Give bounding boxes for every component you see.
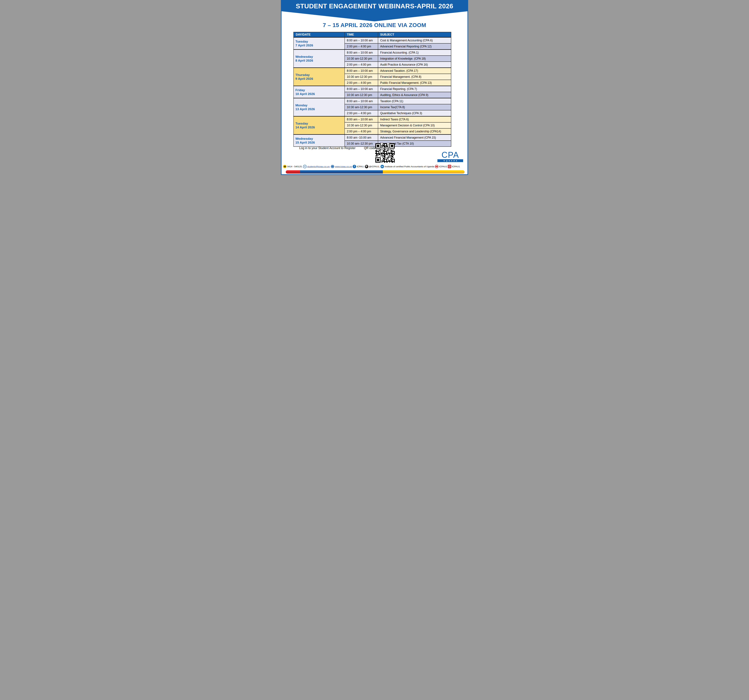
time-cell: 2:00 pm – 4:00 pm — [345, 61, 378, 68]
email-icon: ✉ — [303, 165, 307, 168]
time-cell: 8:00 am – 10:00 am — [345, 68, 378, 74]
website-link[interactable]: www.icpau.co.ug — [335, 165, 352, 168]
qr-code — [375, 143, 395, 162]
session-row: Thursday9 April 20268:00 am – 10:00 amAd… — [293, 68, 451, 74]
day-date-cell: Friday10 April 2026 — [293, 86, 345, 98]
time-cell: 10:30 am-12:30 pm — [345, 104, 378, 110]
bar-red-segment — [286, 170, 300, 174]
subject-cell: Public Financial Management. (CPA 13) — [378, 80, 451, 86]
youtube-handle: ICPAU1 — [439, 165, 447, 168]
qr-code-label: QR code — [364, 146, 376, 150]
column-header-subject: SUBJECT — [378, 32, 451, 37]
subject-cell: Taxation (CPA 11) — [378, 98, 451, 104]
cpa-logo-country: Uganda — [437, 159, 463, 162]
column-header-time: TIME — [345, 32, 378, 37]
subject-cell: Income Tax(CTA 8) — [378, 104, 451, 110]
x-twitter-icon: X — [365, 165, 368, 168]
time-cell: 8:00 am – 10:00 am — [345, 86, 378, 92]
time-cell: 2:00 pm – 4:00 pm — [345, 110, 378, 116]
schedule-table: DAY/DATE TIME SUBJECT Tuesday7 April 202… — [293, 32, 451, 147]
facebook-handle: ICPAU, — [357, 165, 364, 168]
youtube-icon — [435, 165, 439, 168]
linkedin-icon: in — [381, 165, 384, 168]
day-date-cell: Thursday9 April 2026 — [293, 68, 345, 86]
subject-cell: Strategy, Governance and Leadership (CPA… — [378, 129, 451, 135]
day-date-cell: Tuesday7 April 2026 — [293, 37, 345, 50]
time-cell: 10:30 am-12:30 pm — [345, 92, 378, 98]
subject-cell: Quantitative Techniques (CPA 3) — [378, 110, 451, 116]
subject-cell: Financial Accounting. (CPA 1) — [378, 50, 451, 56]
subtitle: 7 – 15 APRIL 2026 ONLINE VIA ZOOM — [281, 22, 468, 28]
globe-icon — [331, 165, 334, 168]
session-row: Wednesday8 April 20268:00 am – 10:00 amF… — [293, 50, 451, 56]
contact-bar: ☎ 0414 - 540125, ✉ students@icpau.co.ug,… — [283, 164, 467, 169]
webinar-poster: STUDENT ENGAGEMENT WEBINARS-APRIL 2026 7… — [281, 0, 468, 175]
time-cell: 8:00 am – 10:00 am — [345, 50, 378, 56]
day-name: Friday — [295, 88, 344, 92]
facebook-icon: f — [353, 165, 356, 168]
subject-cell: Advanced Financial Reporting (CPA 12) — [378, 43, 451, 50]
subject-cell: Financial Management. (CPA 8) — [378, 74, 451, 80]
header-banner: STUDENT ENGAGEMENT WEBINARS-APRIL 2026 — [281, 0, 468, 21]
day-name: Monday — [295, 103, 344, 107]
session-row: Tuesday14 April 20268:00 am – 10:00 amIn… — [293, 116, 451, 123]
session-row: Friday10 April 20268:00 am – 10:00 amFin… — [293, 86, 451, 92]
cpa-uganda-logo: CPA Uganda — [437, 151, 463, 162]
day-date-cell: Monday13 April 2026 — [293, 98, 345, 116]
phone-icon: ☎ — [283, 165, 287, 168]
phone-number: 0414 - 540125, — [287, 165, 303, 168]
subject-cell: Auditing, Ethics & Assurance (CPA 9) — [378, 92, 451, 98]
day-date-cell: Wednesday15 April 2026 — [293, 135, 345, 147]
subject-cell: Cost & Management Accounting (CPA 6) — [378, 37, 451, 44]
day-date: 14 April 2026 — [295, 126, 344, 129]
email-link[interactable]: students@icpau.co.ug, — [307, 165, 330, 168]
time-cell: 8:00 am – 10:00 am — [345, 116, 378, 123]
day-name: Wednesday — [295, 55, 344, 58]
subject-cell: Advanced Taxation. (CPA 17) — [378, 68, 451, 74]
day-name: Wednesday — [295, 137, 344, 141]
brand-color-bar — [286, 170, 465, 174]
linkedin-name: Institute of certified Public Accountant… — [385, 165, 434, 168]
time-cell: 10:30 am-12:30 pm — [345, 74, 378, 80]
subject-cell: Integration of Knowledge. (CPA 18) — [378, 55, 451, 61]
time-cell: 8:00 am -10.00 am — [345, 135, 378, 141]
subject-cell: Advanced Financial Management (CPA 15) — [378, 135, 451, 141]
day-name: Thursday — [295, 73, 344, 77]
time-cell: 10:30 am-12:30 pm — [345, 55, 378, 61]
page-border-right — [468, 0, 468, 175]
day-date: 13 April 2026 — [295, 107, 344, 111]
instagram-handle: ICPAU1 — [452, 165, 460, 168]
subject-cell: Audit Practice & Assurance (CPA 16) — [378, 61, 451, 68]
time-cell: 10:30 am–12:30 pm — [345, 141, 378, 147]
time-cell: 2:00 pm – 4:00 pm — [345, 129, 378, 135]
session-row: Monday13 April 20268:00 am – 10:00 amTax… — [293, 98, 451, 104]
day-date: 8 April 2026 — [295, 58, 344, 63]
column-header-day-date: DAY/DATE — [293, 32, 345, 37]
day-name: Tuesday — [295, 121, 344, 126]
day-date: 10 April 2026 — [295, 92, 344, 96]
page-border-left — [281, 0, 281, 175]
cpa-logo-text: CPA — [437, 151, 463, 159]
time-cell: 8:00 am – 10:00 am — [345, 98, 378, 104]
bar-blue-segment — [300, 170, 383, 174]
table-header-row: DAY/DATE TIME SUBJECT — [293, 32, 451, 37]
day-date: 15 April 2026 — [295, 141, 344, 144]
day-date-cell: Wednesday8 April 2026 — [293, 50, 345, 68]
instagram-icon — [448, 165, 451, 168]
day-date-cell: Tuesday14 April 2026 — [293, 116, 345, 135]
session-row: Wednesday15 April 20268:00 am -10.00 amA… — [293, 135, 451, 141]
time-cell: 10:30 am-12:30 pm — [345, 123, 378, 129]
day-date: 7 April 2026 — [295, 43, 344, 47]
time-cell: 8:00 am – 10:00 am — [345, 37, 378, 44]
subject-cell: Indirect Taxes (CTA 6) — [378, 116, 451, 123]
page-border-bottom — [281, 174, 468, 175]
page-title: STUDENT ENGAGEMENT WEBINARS-APRIL 2026 — [281, 3, 468, 10]
register-instruction: Log in to your Student Account to Regist… — [299, 146, 356, 150]
x-handle: @ICPAU1, — [369, 165, 380, 168]
bar-yellow-segment — [383, 170, 465, 174]
day-name: Tuesday — [295, 40, 344, 43]
time-cell: 2:00 pm – 4:00 pm — [345, 43, 378, 50]
time-cell: 2:00 pm – 4:00 pm — [345, 80, 378, 86]
subject-cell: Management Decision & Control (CPA 10) — [378, 123, 451, 129]
session-row: Tuesday7 April 20268:00 am – 10:00 amCos… — [293, 37, 451, 44]
